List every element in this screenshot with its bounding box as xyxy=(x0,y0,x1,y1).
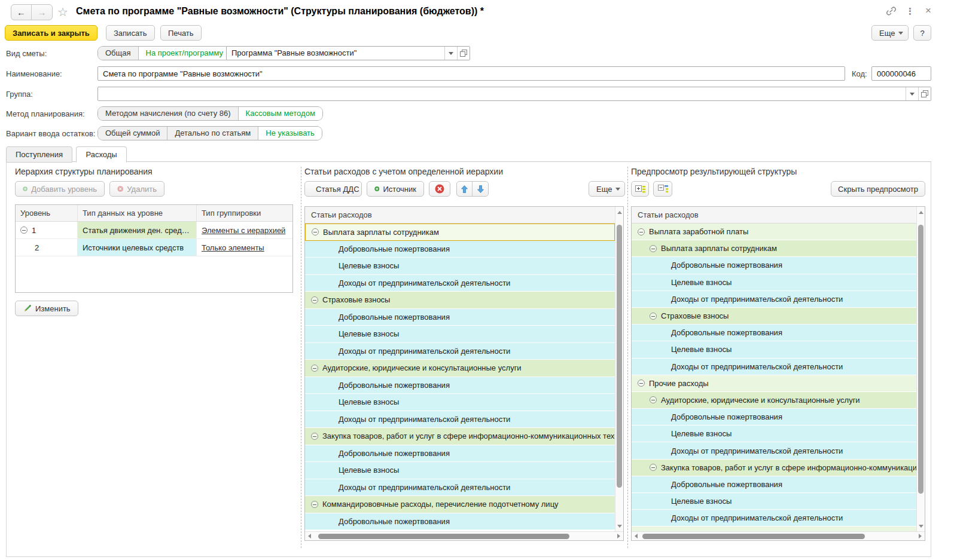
table-row[interactable]: Закупка товаров, работ и услуг в сфере и… xyxy=(305,428,615,445)
collapse-icon[interactable] xyxy=(650,396,657,403)
table-row[interactable]: Выплата зарплаты сотрудникам xyxy=(305,224,615,241)
delete-article-button[interactable] xyxy=(429,181,450,197)
table-row[interactable]: Добровольные пожертвования xyxy=(305,445,615,463)
horizontal-scroll-thumb[interactable] xyxy=(642,534,865,539)
save-and-close-button[interactable]: Записать и закрыть xyxy=(5,25,97,41)
tab-expenses[interactable]: Расходы xyxy=(76,146,126,163)
balance-option-detailed[interactable]: Детально по статьям xyxy=(167,127,258,140)
forward-button[interactable]: → xyxy=(32,5,52,20)
collapse-icon[interactable] xyxy=(20,227,28,234)
collapse-icon[interactable] xyxy=(638,228,645,235)
table-row[interactable]: Доходы от предпринимательской деятельнос… xyxy=(632,510,916,527)
vertical-scroll-thumb[interactable] xyxy=(617,225,622,488)
scroll-down-arrow[interactable] xyxy=(917,522,925,530)
scroll-right-arrow[interactable] xyxy=(916,532,925,540)
save-button[interactable]: Записать xyxy=(106,25,155,41)
table-row[interactable]: Добровольные пожертвования xyxy=(305,309,615,326)
estimate-kind-option-project[interactable]: На проект/программу xyxy=(139,47,231,60)
add-dds-article-button[interactable]: Статья ДДС xyxy=(304,181,362,197)
collapse-icon[interactable] xyxy=(311,365,318,372)
scroll-up-arrow[interactable] xyxy=(615,208,623,216)
collapse-icon[interactable] xyxy=(638,380,645,387)
table-row[interactable]: Целевые взносы xyxy=(632,426,916,442)
estimate-kind-option-common[interactable]: Общая xyxy=(98,47,139,60)
help-button[interactable]: ? xyxy=(913,25,931,41)
edit-hierarchy-button[interactable]: Изменить xyxy=(15,301,78,316)
table-row[interactable]: Целевые взносы xyxy=(632,341,916,358)
print-button[interactable]: Печать xyxy=(160,25,202,41)
scroll-down-arrow[interactable] xyxy=(615,522,623,530)
program-combo[interactable]: Программа "Равные возможности" xyxy=(226,46,470,60)
table-row[interactable]: Аудиторские, юридические и консультацион… xyxy=(305,360,615,377)
vertical-scroll-thumb[interactable] xyxy=(918,225,923,494)
collapse-icon[interactable] xyxy=(311,296,318,304)
scroll-right-arrow[interactable] xyxy=(615,532,623,540)
group-combo[interactable] xyxy=(97,87,931,101)
group-open-button[interactable] xyxy=(918,87,931,100)
hide-preview-button[interactable]: Скрыть предпросмотр xyxy=(831,181,925,197)
move-down-button[interactable] xyxy=(473,182,488,196)
table-row[interactable]: Добровольные пожертвования xyxy=(632,409,916,426)
balance-option-total[interactable]: Общей суммой xyxy=(98,127,167,140)
window-menu-icon[interactable]: ⋮ xyxy=(906,6,915,17)
table-row[interactable]: Целевые взносы xyxy=(305,462,615,479)
grouping-type-link[interactable]: Элементы с иерархией xyxy=(202,226,285,235)
more-button-articles[interactable]: Еще xyxy=(589,181,625,197)
preview-column-header[interactable]: Статьи расходов xyxy=(632,207,916,224)
table-row[interactable]: 2Источники целевых средствТолько элемент… xyxy=(16,239,292,256)
collapse-icon[interactable] xyxy=(650,313,657,320)
table-row[interactable]: Коммандирововчные расходы, перечисление … xyxy=(305,496,615,513)
planning-method-option-accrual[interactable]: Методом начисления (по счету 86) xyxy=(98,107,239,120)
table-row[interactable]: Добровольные пожертвования xyxy=(305,513,615,531)
table-row[interactable]: Выплата заработной платы xyxy=(632,224,916,240)
program-open-button[interactable] xyxy=(457,47,470,60)
table-row[interactable]: Закупка товаров, работ и услуг в сфере и… xyxy=(632,460,916,476)
scroll-up-arrow[interactable] xyxy=(917,208,925,216)
panel-splitter-right[interactable] xyxy=(627,167,628,548)
collapse-icon[interactable] xyxy=(650,245,657,252)
add-level-button[interactable]: Добавить уровень xyxy=(15,181,105,197)
table-row[interactable]: Целевые взносы xyxy=(305,326,615,343)
program-dropdown-button[interactable] xyxy=(444,47,457,60)
table-row[interactable]: Аудиторские, юридические и консультацион… xyxy=(632,392,916,409)
expand-all-button[interactable] xyxy=(631,181,649,197)
articles-column-header[interactable]: Статьи расходов xyxy=(305,207,615,224)
table-row[interactable] xyxy=(632,527,916,531)
table-row[interactable]: Добровольные пожертвования xyxy=(305,377,615,394)
table-row[interactable]: Доходы от предпринимательской деятельнос… xyxy=(305,411,615,429)
grouping-type-link[interactable]: Только элементы xyxy=(202,243,264,252)
collapse-icon[interactable] xyxy=(311,501,318,508)
table-row[interactable]: Страховые взносы xyxy=(632,308,916,325)
collapse-icon[interactable] xyxy=(312,228,319,235)
favorite-star-icon[interactable]: ☆ xyxy=(57,5,68,19)
table-row[interactable]: 1Статья движения ден. сред…Элементы с ие… xyxy=(16,222,292,239)
table-row[interactable]: Целевые взносы xyxy=(632,274,916,291)
collapse-all-button[interactable] xyxy=(653,181,672,197)
column-header-grouping[interactable]: Тип группировки xyxy=(197,205,292,221)
table-row[interactable]: Доходы от предпринимательской деятельнос… xyxy=(305,343,615,360)
back-button[interactable]: ← xyxy=(11,5,32,20)
table-row[interactable]: Страховые взносы xyxy=(305,292,615,309)
table-row[interactable]: Добровольные пожертвования xyxy=(632,257,916,274)
table-row[interactable]: Целевые взносы xyxy=(305,258,615,275)
group-dropdown-button[interactable] xyxy=(906,87,918,100)
code-input[interactable] xyxy=(871,66,931,81)
horizontal-scroll-thumb[interactable] xyxy=(318,534,569,539)
move-up-button[interactable] xyxy=(457,182,473,196)
table-row[interactable]: Доходы от предпринимательской деятельнос… xyxy=(632,442,916,459)
name-input[interactable] xyxy=(97,66,845,81)
table-row[interactable]: Доходы от предпринимательской деятельнос… xyxy=(632,291,916,308)
get-link-icon[interactable] xyxy=(886,7,897,19)
delete-level-button[interactable]: Удалить xyxy=(109,181,164,197)
table-row[interactable]: Выплата зарплаты сотрудникам xyxy=(632,240,916,257)
scroll-left-arrow[interactable] xyxy=(305,532,313,540)
table-row[interactable]: Добровольные пожертвования xyxy=(632,325,916,341)
collapse-icon[interactable] xyxy=(650,464,657,471)
table-row[interactable]: Добровольные пожертвования xyxy=(305,241,615,258)
add-source-button[interactable]: Источник xyxy=(367,181,424,197)
balance-option-none[interactable]: Не указывать xyxy=(258,127,322,140)
table-row[interactable]: Доходы от предпринимательской деятельнос… xyxy=(305,275,615,292)
table-row[interactable]: Прочие расходы xyxy=(632,375,916,392)
panel-splitter-left[interactable] xyxy=(301,167,301,548)
planning-method-option-cash[interactable]: Кассовым методом xyxy=(239,107,322,120)
